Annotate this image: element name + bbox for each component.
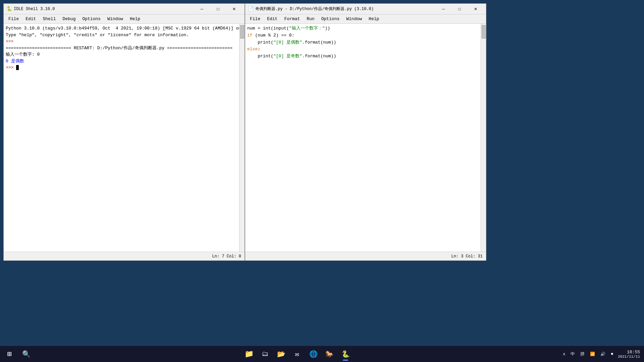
code-line-3: print("[0] 是偶数".format(num)) [247, 40, 336, 45]
shell-menu-bar: File Edit Shell Debug Options Window Hel… [4, 14, 245, 24]
shell-window: 🐍 IDLE Shell 3.10.0 ─ □ ✕ File Edit Shel… [3, 3, 245, 261]
editor-window: 📄 奇偶判断器.py - D:/Python/作品/奇偶判断器.py (3.10… [245, 3, 486, 261]
taskbar-task-view[interactable]: 🗂 [258, 347, 272, 361]
taskbar-network[interactable]: 📶 [588, 350, 597, 358]
editor-status-text: Ln: 3 Col: 31 [451, 254, 483, 259]
shell-title-bar: 🐍 IDLE Shell 3.10.0 ─ □ ✕ [4, 4, 245, 14]
shell-status-text: Ln: 7 Col: 0 [212, 254, 241, 259]
shell-menu-shell[interactable]: Shell [39, 15, 59, 23]
taskbar-mail[interactable]: ✉ [290, 347, 305, 361]
shell-menu-file[interactable]: File [5, 15, 22, 23]
editor-menu-file[interactable]: File [247, 15, 264, 23]
editor-menu-bar: File Edit Format Run Options Window Help [245, 14, 486, 24]
editor-menu-options[interactable]: Options [318, 15, 343, 23]
shell-python-info: Python 3.10.0 (tags/v3.10.0:b494f59, Oct… [6, 26, 239, 38]
taskbar-chevron[interactable]: ∧ [561, 350, 567, 358]
shell-window-controls: ─ □ ✕ [194, 4, 242, 14]
shell-prompt-1: >>> [6, 39, 16, 44]
taskbar: ⊞ 🔍 📁 🗂 📂 ✉ 🌐 🐎 [0, 346, 644, 362]
shell-minimize-button[interactable]: ─ [194, 4, 210, 14]
code-line-2: if (num % 2) == 0: [247, 33, 294, 38]
desktop: 🐍 IDLE Shell 3.10.0 ─ □ ✕ File Edit Shel… [0, 0, 644, 362]
editor-content-area: num = int(input("输入一个数字：")) if (num % 2)… [245, 24, 486, 252]
start-button[interactable]: ⊞ [0, 347, 19, 361]
shell-restart-line: ========================= RESTART: D:/Py… [6, 46, 232, 51]
taskbar-date: 2021/11/11 [618, 355, 640, 359]
editor-minimize-button[interactable]: ─ [436, 4, 451, 14]
taskbar-python[interactable]: 🐍 [338, 347, 353, 361]
shell-menu-debug[interactable]: Debug [59, 15, 79, 23]
shell-scrollbar[interactable] [239, 24, 245, 252]
taskbar-volume[interactable]: 🔊 [598, 350, 607, 358]
shell-menu-window[interactable]: Window [104, 15, 126, 23]
shell-close-button[interactable]: ✕ [226, 4, 242, 14]
taskbar-battery[interactable]: ■ [609, 351, 615, 357]
shell-menu-options[interactable]: Options [79, 15, 104, 23]
shell-prompt-2: >>> [6, 65, 16, 70]
editor-status-bar: Ln: 3 Col: 31 [245, 252, 486, 260]
shell-menu-edit[interactable]: Edit [22, 15, 39, 23]
shell-title: IDLE Shell 3.10.0 [14, 7, 194, 11]
editor-icon: 📄 [248, 6, 253, 12]
shell-status-bar: Ln: 7 Col: 0 [4, 252, 245, 260]
taskbar-pinyin[interactable]: 拼 [578, 350, 587, 358]
editor-scrollbar-thumb[interactable] [482, 25, 486, 39]
editor-window-controls: ─ □ ✕ [436, 4, 483, 14]
editor-scrollbar[interactable] [481, 24, 486, 252]
taskbar-chrome[interactable]: 🌐 [306, 347, 321, 361]
shell-scrollbar-thumb[interactable] [240, 25, 244, 39]
editor-title-bar: 📄 奇偶判断器.py - D:/Python/作品/奇偶判断器.py (3.10… [245, 4, 486, 14]
code-line-5: print("[0] 是奇数".format(num)) [247, 54, 336, 59]
shell-output[interactable]: Python 3.10.0 (tags/v3.10.0:b494f59, Oct… [4, 24, 239, 252]
shell-cursor [16, 65, 19, 70]
shell-input-prompt: 输入一个数字: 0 [6, 52, 40, 57]
taskbar-clock[interactable]: 18:55 2021/11/11 [618, 350, 640, 359]
editor-menu-window[interactable]: Window [343, 15, 365, 23]
taskbar-edge[interactable]: 🐎 [322, 347, 337, 361]
editor-code[interactable]: num = int(input("输入一个数字：")) if (num % 2)… [245, 24, 481, 252]
shell-maximize-button[interactable]: □ [210, 4, 226, 14]
editor-close-button[interactable]: ✕ [468, 4, 483, 14]
taskbar-file-explorer[interactable]: 📁 [241, 347, 256, 361]
shell-content-area: Python 3.10.0 (tags/v3.10.0:b494f59, Oct… [4, 24, 245, 252]
editor-menu-format[interactable]: Format [281, 15, 303, 23]
taskbar-items: 📁 🗂 📂 ✉ 🌐 🐎 🐍 [34, 347, 561, 361]
taskbar-input-indicator[interactable]: 中 [569, 350, 577, 358]
taskbar-system-tray: ∧ 中 拼 📶 🔊 ■ [561, 350, 615, 358]
editor-menu-run[interactable]: Run [303, 15, 318, 23]
code-line-1: num = int(input("输入一个数字：")) [247, 26, 330, 31]
search-button[interactable]: 🔍 [19, 347, 34, 361]
editor-menu-edit[interactable]: Edit [264, 15, 281, 23]
taskbar-time: 18:55 [627, 350, 640, 355]
taskbar-folder[interactable]: 📂 [274, 347, 288, 361]
editor-title: 奇偶判断器.py - D:/Python/作品/奇偶判断器.py (3.10.0… [255, 6, 436, 12]
shell-icon: 🐍 [6, 6, 12, 12]
editor-maximize-button[interactable]: □ [452, 4, 467, 14]
shell-output-even: 0 是偶数 [6, 59, 24, 64]
shell-menu-help[interactable]: Help [126, 15, 144, 23]
editor-menu-help[interactable]: Help [365, 15, 382, 23]
code-line-4: else: [247, 47, 260, 52]
